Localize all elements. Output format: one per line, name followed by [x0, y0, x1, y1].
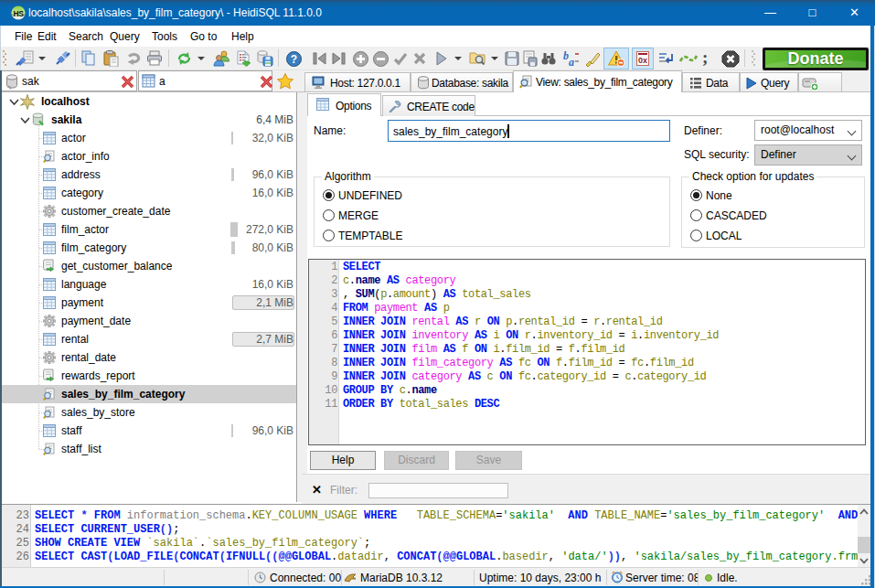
svg-text:a: a	[569, 56, 574, 67]
svg-text:0x: 0x	[638, 56, 647, 65]
svg-text:?: ?	[291, 53, 297, 66]
svg-text:HS: HS	[14, 9, 25, 18]
